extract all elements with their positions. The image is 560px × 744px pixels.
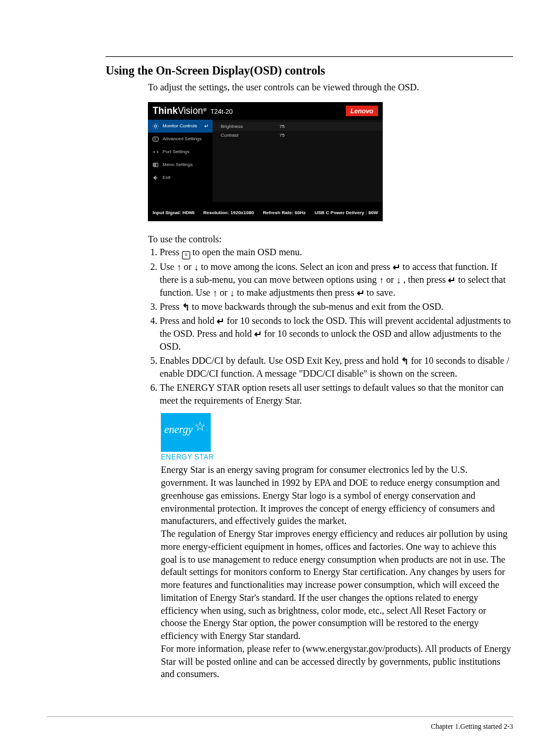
energy-star-logo: energy ☆ [161,413,211,452]
page-footer: Chapter 1.Getting started 2-3 [431,722,513,731]
osd-row-brightness[interactable]: Brightness 75 [212,122,383,131]
sidebar-item-advanced-settings[interactable]: Advanced Settings [148,133,212,146]
enter-icon: ↵ [393,263,400,272]
t: or [384,275,396,285]
row-val: 75 [279,124,285,129]
step-6: The ENERGY STAR option resets all user s… [160,381,513,407]
step-2: Use ↑ or ↓ to move among the icons. Sele… [160,261,513,299]
advanced-icon [151,136,160,143]
enter-icon: ↵ [254,330,262,339]
energy-p2: The regulation of Energy Star improves e… [161,527,513,642]
energy-star-block: energy ☆ ENERGY STAR [161,413,513,461]
back-icon: ↰ [401,357,409,366]
t: to make adjustments then press [235,288,357,297]
step-5: Enables DDC/CI by default. Use OSD Exit … [160,354,513,380]
down-arrow-icon: ↓ [396,276,401,285]
steps-list: Press ≡ to open the main OSD menu. Use ↑… [148,246,513,408]
energy-p3: For more information, please refer to (w… [161,642,513,681]
t: , then press [401,275,448,285]
lead-text: To use the controls: [148,234,513,245]
back-icon: ↰ [182,303,190,312]
enter-icon: ↵ [448,276,456,285]
svg-rect-3 [154,164,156,165]
row-key: Contrast [221,133,279,138]
row-val: 75 [279,133,285,138]
energy-script: energy [164,424,193,436]
t: to move among the icons. Select an icon … [198,262,393,272]
row-key: Brightness [221,124,279,129]
osd-header: ThinkVision® T24t-20 Lenovo [148,102,383,120]
t: or [217,288,230,297]
top-rule [106,56,513,57]
t: or [181,262,194,272]
sidebar-item-label: Exit [163,175,170,180]
t: Use [160,262,177,272]
port-icon [151,148,160,155]
sidebar-item-exit[interactable]: Exit [148,171,212,184]
brand-think: Think [153,106,178,116]
intro-text: To adjust the settings, the user control… [148,81,513,94]
star-icon: ☆ [194,419,206,434]
osd-sidebar: Monitor Controls ↵ Advanced Settings Por… [148,120,212,202]
status-refresh: Refresh Rate: 60Hz [263,210,306,215]
energy-p1: Energy Star is an energy saving program … [161,464,513,527]
osd-status-bar: Input Signal: HDMI Resolution: 1920x1080… [148,202,383,221]
up-arrow-icon: ↑ [379,276,384,285]
status-resolution: Resolution: 1920x1080 [203,210,254,215]
lenovo-badge: Lenovo [346,106,378,116]
down-arrow-icon: ↓ [230,289,235,298]
osd-row-contrast[interactable]: Contrast 75 [212,131,383,140]
energy-star-caption: ENERGY STAR [161,453,513,461]
enter-icon: ↵ [204,123,209,129]
sidebar-item-label: Menu Settings [163,162,193,167]
brightness-icon [151,123,160,130]
energy-text: Energy Star is an energy saving program … [161,464,513,681]
sidebar-item-label: Monitor Controls [163,123,197,128]
svg-point-0 [154,125,157,127]
brand-reg: ® [203,107,207,113]
step-3: Press ↰ to move backwards through the su… [160,300,513,313]
t: to move backwards through the sub-menus … [190,302,444,312]
t: to open the main OSD menu. [190,247,302,257]
up-arrow-icon: ↑ [212,289,217,298]
t: Enables DDC/CI by default. Use OSD Exit … [160,356,401,366]
up-arrow-icon: ↑ [177,263,181,272]
footer-rule [47,716,513,717]
status-power-delivery: USB C Power Delivery : 80W [315,210,378,215]
sidebar-item-label: Advanced Settings [163,136,202,141]
t: to save. [365,288,396,297]
sidebar-item-port-settings[interactable]: Port Settings [148,146,212,158]
model-label: T24t-20 [210,108,232,115]
exit-icon [151,174,160,181]
brand: ThinkVision® T24t-20 [153,106,232,116]
section-title: Using the On-Screen Display(OSD) control… [106,64,513,77]
t: Press [160,302,182,312]
osd-panel: Brightness 75 Contrast 75 [212,120,383,202]
step-4: Press and hold ↵ for 10 seconds to lock … [160,314,513,353]
sidebar-item-monitor-controls[interactable]: Monitor Controls ↵ [148,120,212,133]
step-1: Press ≡ to open the main OSD menu. [160,246,513,259]
sidebar-item-menu-settings[interactable]: Menu Settings [148,158,212,171]
menu-icon: ≡ [182,251,190,259]
enter-icon: ↵ [217,317,224,326]
sidebar-item-label: Port Settings [163,149,190,154]
t: Press [160,247,182,257]
brand-vision: Vision [178,106,203,116]
enter-icon: ↵ [357,289,365,298]
menu-settings-icon [151,161,160,168]
osd-body: Monitor Controls ↵ Advanced Settings Por… [148,120,383,202]
osd-screenshot: ThinkVision® T24t-20 Lenovo Monitor Cont… [148,102,383,221]
status-input: Input Signal: HDMI [153,210,194,215]
t: Press and hold [160,316,217,326]
